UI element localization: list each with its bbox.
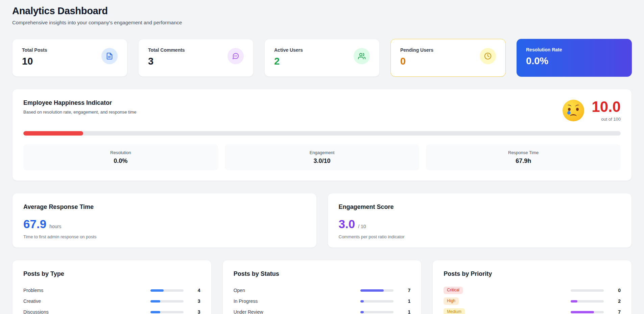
metric-value: 3.0/10 <box>228 158 416 165</box>
happiness-score-outof: out of 100 <box>601 117 621 122</box>
chart-row-label: Medium <box>444 308 571 314</box>
chart-row-value: 7 <box>402 288 410 293</box>
stat-card-total-comments: Total Comments 3 <box>138 39 254 77</box>
stat-label: Total Comments <box>148 47 185 53</box>
clock-icon <box>480 48 496 64</box>
stat-text: Pending Users 0 <box>400 47 433 67</box>
page-subtitle: Comprehensive insights into your company… <box>12 20 632 25</box>
chart-row: Critical 0 <box>444 285 621 296</box>
happiness-metric-response-time: Response Time 67.9h <box>426 144 621 170</box>
stat-value: 3 <box>148 56 185 67</box>
stat-label: Pending Users <box>400 47 433 53</box>
bar-track <box>360 289 393 292</box>
chart-row-value: 1 <box>402 298 410 304</box>
chart-row-label: In Progress <box>234 298 361 304</box>
metric-label: Response Time <box>429 150 617 155</box>
bar-fill <box>360 300 364 303</box>
stat-card-pending-users: Pending Users 0 <box>390 39 506 77</box>
average-response-time-card: Average Response Time 67.9 hours Time to… <box>12 193 317 248</box>
chart-row: Discussions 3 <box>23 307 200 314</box>
bar-track <box>360 311 393 313</box>
stat-label: Total Posts <box>22 47 47 53</box>
priority-badge-medium: Medium <box>444 308 465 314</box>
chart-row-label: High <box>444 297 571 305</box>
stat-card-active-users: Active Users 2 <box>264 39 380 77</box>
happiness-header: Employee Happiness Indicator Based on re… <box>23 99 621 122</box>
chart-title: Posts by Status <box>234 270 411 277</box>
happiness-progress-track <box>23 131 621 136</box>
chart-row: Creative 3 <box>23 296 200 307</box>
priority-badge-critical: Critical <box>444 287 463 294</box>
chart-row-label: Open <box>234 288 361 293</box>
bar-fill <box>571 311 594 313</box>
response-time-unit: hours <box>49 224 61 229</box>
priority-badge-high: High <box>444 297 459 305</box>
stat-value: 2 <box>274 56 303 67</box>
happiness-metric-engagement: Engagement 3.0/10 <box>225 144 420 170</box>
stat-text: Total Posts 10 <box>22 47 47 67</box>
bar-fill <box>150 289 164 292</box>
chart-row: Open 7 <box>234 285 411 296</box>
bar-track <box>571 311 604 313</box>
card-title: Average Response Time <box>23 203 306 211</box>
card-description: Comments per post ratio indicator <box>339 234 621 239</box>
metric-label: Resolution <box>27 150 215 155</box>
bar-track <box>571 289 604 292</box>
stat-cards-row: Total Posts 10 Total Comments 3 Active U… <box>12 39 632 77</box>
happiness-subtitle: Based on resolution rate, engagement, an… <box>23 110 137 115</box>
chart-row-value: 3 <box>192 309 200 314</box>
chart-row-label: Critical <box>444 287 571 294</box>
happiness-progress-fill <box>23 131 83 136</box>
happiness-metrics-row: Resolution 0.0% Engagement 3.0/10 Respon… <box>23 144 621 170</box>
posts-by-status-card: Posts by Status Open 7 In Progress 1 Und… <box>222 260 422 314</box>
chart-row-label: Discussions <box>23 309 150 314</box>
engagement-score-value: 3.0 <box>339 218 355 230</box>
stat-value: 10 <box>22 56 47 67</box>
chart-title: Posts by Priority <box>444 270 621 277</box>
chart-row: In Progress 1 <box>234 296 411 307</box>
happiness-titles: Employee Happiness Indicator Based on re… <box>23 99 137 115</box>
bar-fill <box>571 300 577 303</box>
engagement-score-card: Engagement Score 3.0 / 10 Comments per p… <box>328 193 632 248</box>
bar-track <box>150 311 184 313</box>
engagement-score-unit: / 10 <box>358 224 366 229</box>
posts-by-priority-card: Posts by Priority Critical 0 High 2 Medi… <box>432 260 632 314</box>
bar-fill <box>360 311 364 313</box>
posts-by-type-card: Posts by Type Problems 4 Creative 3 Disc… <box>12 260 212 314</box>
chart-row-value: 0 <box>612 288 621 293</box>
chart-row-label: Problems <box>23 288 150 293</box>
metric-cards-row: Average Response Time 67.9 hours Time to… <box>12 193 632 248</box>
chat-bubble-icon <box>228 48 244 64</box>
chart-row-value: 2 <box>612 298 621 304</box>
bar-track <box>150 289 184 292</box>
bar-track <box>150 300 184 303</box>
bar-fill <box>150 311 160 313</box>
bar-fill <box>360 289 384 292</box>
stat-value: 0 <box>400 56 433 67</box>
bar-track <box>360 300 393 303</box>
chart-row: High 2 <box>444 296 621 307</box>
happiness-metric-resolution: Resolution 0.0% <box>23 144 218 170</box>
bar-fill <box>150 300 160 303</box>
users-icon <box>354 48 370 64</box>
happiness-title: Employee Happiness Indicator <box>23 99 137 106</box>
chart-row-label: Creative <box>23 298 150 304</box>
crying-face-emoji <box>563 100 584 121</box>
happiness-score-block: 10.0 out of 100 <box>563 99 621 122</box>
chart-cards-row: Posts by Type Problems 4 Creative 3 Disc… <box>12 260 632 314</box>
chart-title: Posts by Type <box>23 270 200 277</box>
chart-row-value: 7 <box>612 309 621 314</box>
card-description: Time to first admin response on posts <box>23 234 306 239</box>
metric-value-row: 3.0 / 10 <box>339 218 621 230</box>
chart-row-label: Under Review <box>234 309 361 314</box>
happiness-indicator-card: Employee Happiness Indicator Based on re… <box>12 89 632 181</box>
happiness-score: 10.0 <box>592 99 621 114</box>
chart-row: Medium 7 <box>444 307 621 314</box>
metric-value: 67.9h <box>429 158 617 165</box>
stat-text: Active Users 2 <box>274 47 303 67</box>
chart-row: Under Review 1 <box>234 307 411 314</box>
chart-row-value: 3 <box>192 298 200 304</box>
metric-value: 0.0% <box>27 158 215 165</box>
page-header: Analytics Dashboard Comprehensive insigh… <box>12 5 632 25</box>
page-title: Analytics Dashboard <box>12 5 632 17</box>
